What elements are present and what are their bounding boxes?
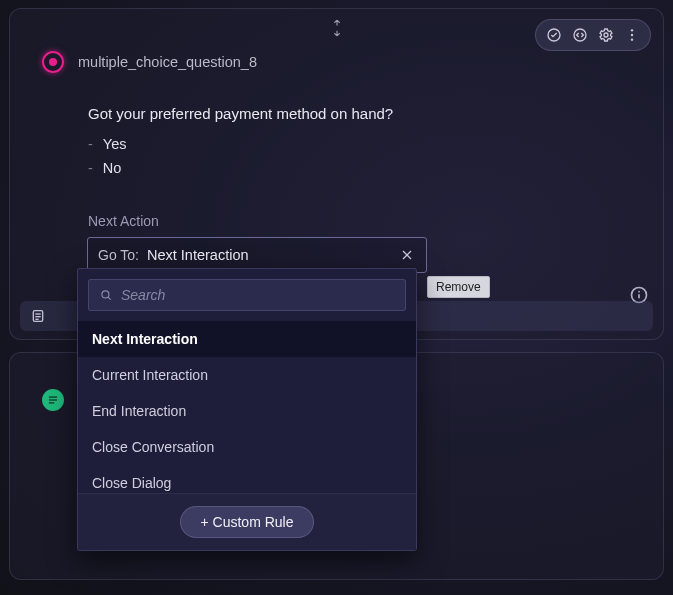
svg-point-5: [631, 38, 633, 40]
approve-button[interactable]: [542, 23, 566, 47]
drag-handle[interactable]: [330, 19, 344, 37]
clear-goto-button[interactable]: [396, 244, 418, 266]
question-text: Got your preferred payment method on han…: [88, 105, 633, 122]
dropdown-footer: + Custom Rule: [78, 493, 416, 550]
option-row: - No: [88, 160, 633, 176]
option-label: No: [103, 160, 122, 176]
bullet-dash-icon: -: [88, 160, 93, 176]
svg-line-17: [108, 297, 111, 300]
settings-button[interactable]: [594, 23, 618, 47]
search-input[interactable]: [121, 287, 395, 303]
svg-point-4: [631, 34, 633, 36]
question-body: Got your preferred payment method on han…: [88, 105, 633, 184]
bullet-dash-icon: -: [88, 136, 93, 152]
more-button[interactable]: [620, 23, 644, 47]
svg-point-3: [631, 29, 633, 31]
node-header: multiple_choice_question_8: [42, 51, 257, 73]
search-icon: [99, 288, 113, 302]
dropdown-item-next-interaction[interactable]: Next Interaction: [78, 321, 416, 357]
custom-rule-button[interactable]: + Custom Rule: [180, 506, 315, 538]
dropdown-search-wrap: [78, 269, 416, 321]
remove-tooltip: Remove: [427, 276, 490, 298]
node-name: multiple_choice_question_8: [78, 54, 257, 70]
svg-point-8: [638, 291, 640, 293]
dropdown-item-close-dialog[interactable]: Close Dialog: [78, 465, 416, 493]
goto-value: Next Interaction: [147, 247, 396, 263]
goto-dropdown: Next Interaction Current Interaction End…: [77, 268, 417, 551]
svg-point-2: [604, 33, 608, 37]
svg-point-16: [102, 291, 109, 298]
dropdown-item-end-interaction[interactable]: End Interaction: [78, 393, 416, 429]
card-toolbar: [535, 19, 651, 51]
node-header: [42, 389, 64, 411]
option-label: Yes: [103, 136, 127, 152]
dropdown-item-close-conversation[interactable]: Close Conversation: [78, 429, 416, 465]
goto-prefix-label: Go To:: [98, 247, 139, 263]
next-action-label: Next Action: [88, 213, 159, 229]
dropdown-list: Next Interaction Current Interaction End…: [78, 321, 416, 493]
dropdown-item-current-interaction[interactable]: Current Interaction: [78, 357, 416, 393]
note-icon: [30, 308, 46, 324]
dropdown-search[interactable]: [88, 279, 406, 311]
option-row: - Yes: [88, 136, 633, 152]
multiple-choice-icon: [42, 51, 64, 73]
text-node-icon: [42, 389, 64, 411]
code-button[interactable]: [568, 23, 592, 47]
